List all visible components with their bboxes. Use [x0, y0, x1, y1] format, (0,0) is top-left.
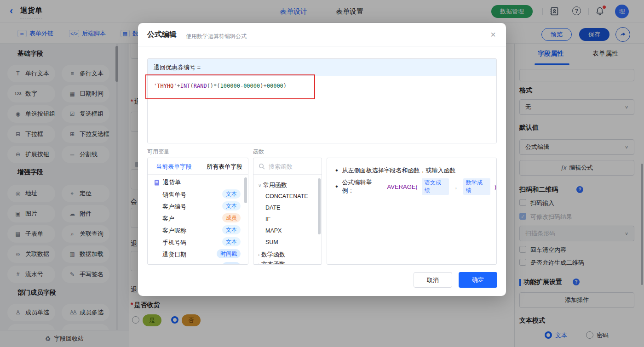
close-paren: ) — [494, 183, 496, 190]
form-node[interactable]: 退货单 — [154, 178, 181, 187]
variables-label: 可用变量 — [147, 148, 169, 156]
function-item[interactable]: SUM — [265, 239, 278, 245]
partial-badge — [222, 262, 241, 265]
group-math-functions[interactable]: › 数学函数 — [258, 250, 285, 259]
function-item[interactable]: IF — [265, 216, 270, 222]
variable-row[interactable]: 退货日期 — [162, 250, 186, 259]
divider — [138, 46, 506, 46]
search-icon — [259, 163, 265, 170]
app-window: ‹ 退货单 表单设计 表单设置 数据管理 ? 理 ∞ 表单外链 </> 后端脚本… — [0, 0, 644, 347]
formula-editor-modal: 公式编辑 使用数学运算符编辑公式 × 退回优惠券编号 = 'THYHQ'+INT… — [138, 23, 506, 296]
search-placeholder: 搜索函数 — [269, 163, 293, 171]
type-badge: 时间戳 — [217, 249, 241, 258]
chevron-right-icon: › — [258, 252, 259, 257]
tip-example-line: • 公式编辑举例：AVERAGE( 语文成绩 ， 数学成绩 ) — [335, 178, 496, 195]
example-field-chip: 数学成绩 — [463, 178, 490, 195]
example-field-chip: 语文成绩 — [422, 178, 449, 195]
function-item[interactable]: DATE — [265, 205, 280, 211]
variable-row[interactable]: 手机号码 — [162, 239, 186, 247]
modal-title: 公式编辑 — [147, 30, 177, 40]
variables-tabs: 当前表单字段 所有表单字段 — [148, 158, 248, 175]
type-badge: 成员 — [222, 213, 241, 222]
function-search[interactable]: 搜索函数 — [253, 158, 322, 175]
tab-current-form-fields[interactable]: 当前表单字段 — [156, 163, 192, 171]
variable-row[interactable]: 销售单号 — [162, 191, 186, 199]
tip-line: • 从左侧面板选择字段名和函数，或输入函数 — [335, 166, 456, 175]
variable-row[interactable]: 客户 — [162, 215, 174, 223]
chevron-down-icon: ∨ — [258, 183, 261, 188]
tips-panel: • 从左侧面板选择字段名和函数，或输入函数 • 公式编辑举例：AVERAGE( … — [327, 158, 497, 265]
functions-panel: 搜索函数 ∨ 常用函数 CONCATENATE DATE IF MAPX SUM… — [253, 158, 322, 265]
red-highlight-box — [145, 74, 315, 99]
variable-row[interactable]: 客户昵称 — [162, 227, 186, 235]
form-doc-icon — [154, 180, 160, 186]
close-icon[interactable]: × — [490, 30, 496, 39]
cancel-button[interactable]: 取消 — [414, 272, 452, 288]
functions-scroll-thumb[interactable] — [318, 178, 321, 234]
variables-scroll-thumb[interactable] — [244, 177, 247, 203]
type-badge: 文本 — [222, 201, 241, 210]
formula-target: 退回优惠券编号 = — [148, 59, 496, 76]
example-prefix: 公式编辑举例： — [342, 178, 383, 195]
function-item[interactable]: MAPX — [265, 228, 282, 234]
type-badge: 文本 — [222, 237, 241, 246]
modal-subtitle: 使用数学运算符编辑公式 — [186, 33, 247, 40]
tab-all-form-fields[interactable]: 所有表单字段 — [207, 163, 242, 171]
example-function: AVERAGE( — [387, 183, 418, 190]
functions-label: 函数 — [253, 148, 264, 156]
comma: ， — [453, 182, 459, 191]
chevron-right-icon: › — [258, 262, 259, 265]
confirm-button[interactable]: 确定 — [459, 272, 497, 288]
group-common-functions[interactable]: ∨ 常用函数 — [258, 181, 287, 189]
bullet-icon: • — [335, 182, 338, 191]
type-badge: 文本 — [222, 225, 241, 234]
function-item[interactable]: CONCATENATE — [265, 193, 308, 199]
variables-panel: 当前表单字段 所有表单字段 退货单 销售单号 文本 客户编号 文本 客户 成员 … — [147, 158, 248, 265]
type-badge: 文本 — [222, 189, 241, 199]
formula-editor[interactable]: 退回优惠券编号 = 'THYHQ'+INT(RAND()*(100000-000… — [147, 58, 497, 143]
bullet-icon: • — [335, 166, 338, 175]
group-text-functions[interactable]: › 文本函数 — [258, 260, 285, 265]
variable-row[interactable]: 客户编号 — [162, 203, 186, 211]
